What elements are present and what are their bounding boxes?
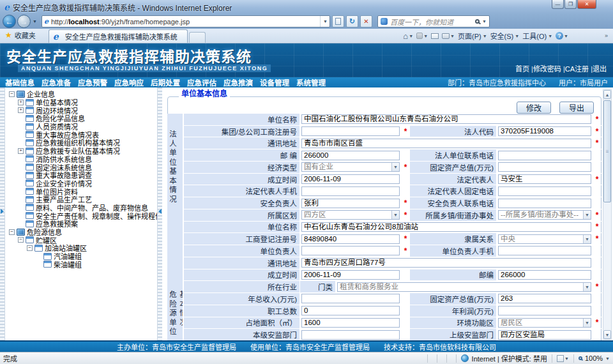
header-link[interactable]: CA注册 (565, 65, 589, 73)
search-dropdown[interactable]: ▼ (482, 19, 487, 24)
search-icon[interactable] (475, 19, 480, 24)
menu-item[interactable]: 应急评估 (187, 77, 216, 87)
text-input[interactable] (498, 246, 591, 255)
help-menu[interactable]: ?▼ (556, 32, 568, 40)
text-input[interactable] (301, 330, 400, 340)
menu-item[interactable]: 应急准备 (42, 77, 71, 87)
safety-menu[interactable]: 安全(S)▼ (490, 31, 520, 41)
text-input[interactable] (498, 162, 591, 172)
left-splitter[interactable] (0, 87, 4, 340)
close-button[interactable]: ✕ (577, 0, 596, 9)
text-input[interactable]: 263 (498, 294, 591, 303)
minimize-button[interactable]: — (552, 0, 564, 9)
vertical-scrollbar[interactable]: ▲ ≡ ▼ (603, 89, 612, 340)
tree-expand-icon[interactable]: + (18, 148, 24, 154)
address-bar[interactable]: e http://localhost:90/yjzh/frame/homepag… (42, 15, 330, 27)
search-input[interactable]: 百度一下，你就知道 (390, 17, 473, 27)
select-input[interactable]: 租赁和商务服务业▼ (337, 282, 591, 292)
text-input[interactable]: 青岛市四方区周口路77号 (301, 258, 591, 268)
text-input[interactable] (301, 246, 400, 255)
text-input[interactable]: 1600 (301, 318, 400, 328)
export-button[interactable]: 导出 (559, 102, 594, 114)
recent-pages-dropdown[interactable]: ▼ (31, 19, 39, 24)
page-menu[interactable]: 页面(P)▼ (458, 31, 487, 41)
text-input[interactable] (301, 294, 400, 303)
favorites-button[interactable]: ★ 收藏夹 (4, 28, 40, 43)
tree-splitter[interactable] (158, 87, 162, 340)
text-input[interactable] (498, 151, 591, 160)
url-text[interactable]: http://localhost:90/yjzh/frame/homepage.… (51, 18, 320, 26)
modify-button[interactable]: 修改 (517, 102, 551, 114)
scroll-up-button[interactable]: ▲ (603, 90, 611, 99)
menu-item[interactable]: 后期处置 (151, 77, 180, 87)
tree-expand-icon[interactable]: + (18, 100, 24, 105)
tree-item[interactable]: 柴油罐组 (5, 260, 157, 268)
text-input[interactable] (498, 186, 591, 196)
text-input[interactable]: 2006-11-09 (301, 174, 400, 184)
text-input[interactable] (498, 199, 591, 208)
zoom-dropdown[interactable]: ▼ (605, 356, 610, 361)
text-input[interactable] (301, 126, 400, 136)
tree-collapse-icon[interactable]: − (18, 237, 24, 243)
tree-item[interactable]: +单位基本情况 (5, 98, 157, 107)
address-dropdown[interactable]: ▼ (320, 16, 328, 27)
browser-tab[interactable]: e 安全生产应急救援指挥辅助决策系统 (49, 29, 188, 43)
splitter-expand-icon[interactable] (1, 209, 4, 214)
tree-collapse-icon[interactable]: − (9, 229, 15, 235)
text-input[interactable]: 四方区安监局 (498, 330, 591, 340)
text-input[interactable]: 266000 (498, 270, 591, 280)
tools-menu[interactable]: 工具(O)▼ (522, 31, 552, 41)
text-input[interactable]: 马安生 (498, 174, 591, 184)
tree-expand-icon[interactable]: + (18, 107, 24, 113)
print-button[interactable]: ▼ (442, 33, 455, 39)
text-input[interactable] (498, 306, 591, 315)
refresh-button[interactable]: ↻ (346, 15, 358, 27)
overflow-chevron[interactable]: » (605, 33, 608, 39)
select-input[interactable]: 国有企业▼ (301, 162, 400, 172)
text-input[interactable]: 青岛市市南区百盛 (301, 139, 591, 148)
menu-item[interactable]: 应急响应 (114, 77, 144, 87)
select-input[interactable]: 四方区▼ (301, 210, 400, 220)
header-link[interactable]: 修改密码 (533, 65, 561, 73)
splitter-collapse-icon[interactable] (158, 209, 162, 214)
back-button[interactable]: ← (3, 15, 16, 28)
home-button[interactable]: ⌂▼ (403, 33, 413, 40)
tree-collapse-icon[interactable]: − (27, 245, 33, 251)
text-input[interactable]: 2006-11-09 (301, 270, 400, 280)
text-input[interactable]: 中石化山东青岛石油分公司8加油站 (301, 222, 591, 232)
tree-item[interactable]: 企业安全评价情况 (5, 179, 157, 188)
new-tab-button[interactable] (189, 32, 206, 43)
zoom-control[interactable]: 100% ▼ (579, 354, 610, 362)
tree-collapse-icon[interactable]: − (9, 91, 15, 97)
select-input[interactable]: --所属乡镇/街道办事处--▼ (498, 210, 591, 220)
compatibility-view-button[interactable] (332, 15, 344, 27)
text-input[interactable]: 张利 (301, 199, 400, 208)
menu-item[interactable]: 设备管理 (260, 77, 289, 87)
text-input[interactable]: 84890840 (301, 234, 400, 244)
tree-item[interactable]: 危险化学品信息 (5, 114, 157, 123)
scroll-down-button[interactable]: ▼ (603, 330, 611, 339)
search-box[interactable]: 百度一下，你就知道 ▼ (377, 15, 490, 27)
feeds-button[interactable]: ▼ (416, 33, 428, 39)
header-link[interactable]: 退出 (593, 65, 607, 73)
forward-button[interactable]: → (17, 15, 31, 28)
text-input[interactable]: 中国石油化工股份有限公司山东青岛石油分公司 (301, 114, 591, 124)
text-input[interactable]: 0 (301, 306, 400, 315)
menu-item[interactable]: 基础信息 (5, 77, 34, 87)
stop-button[interactable]: ✕ (360, 15, 372, 27)
menu-item[interactable]: 系统管理 (296, 77, 326, 87)
menu-item[interactable]: 应急预警 (78, 77, 107, 87)
text-input[interactable]: 370205F119008 (498, 126, 591, 136)
scrollbar-thumb[interactable]: ≡ (603, 100, 611, 202)
menu-item[interactable]: 应急推演 (223, 77, 253, 87)
select-input[interactable]: 中央▼ (498, 234, 591, 244)
header-link[interactable]: 首页 (515, 65, 529, 73)
page-view-button[interactable]: ▼ (557, 355, 569, 362)
mail-button[interactable] (431, 33, 439, 39)
text-input[interactable]: 266000 (301, 151, 400, 160)
select-input[interactable]: 居民区▼ (498, 318, 591, 328)
tree-item[interactable]: −企业信息 (5, 90, 157, 98)
tree-item[interactable]: 安全生产责任制、规章制度、操作规程信息 (5, 211, 157, 220)
maximize-button[interactable]: ❐ (564, 0, 577, 9)
tree-item[interactable]: −危险源信息 (5, 228, 157, 236)
